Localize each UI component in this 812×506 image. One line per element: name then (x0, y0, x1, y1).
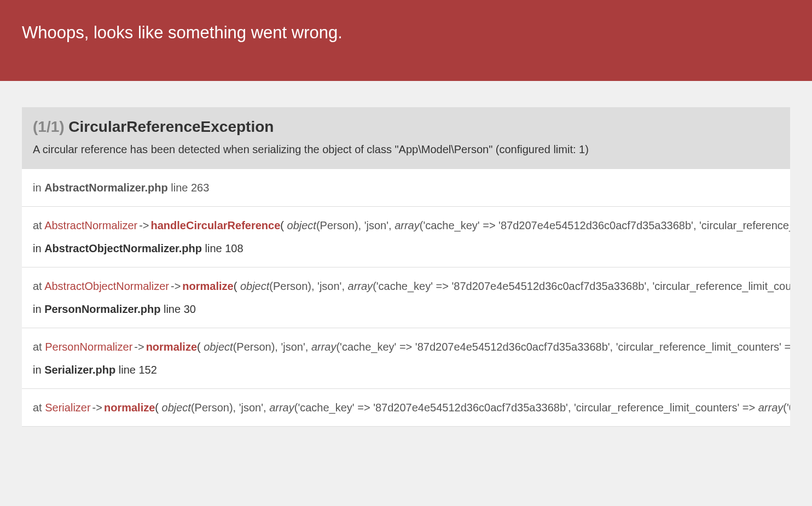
exception-title: (1/1) CircularReferenceException (33, 118, 779, 136)
trace-item: at AbstractObjectNormalizer->normalize( … (22, 267, 790, 328)
header-title: Whoops, looks like something went wrong. (22, 23, 343, 42)
stack-trace: in AbstractNormalizer.php line 263at Abs… (22, 169, 790, 427)
trace-file-line: in PersonNormalizer.php line 30 (33, 300, 779, 318)
exception-summary: (1/1) CircularReferenceException A circu… (22, 107, 790, 169)
exception-message: A circular reference has been detected w… (33, 143, 779, 156)
exception-container: (1/1) CircularReferenceException A circu… (0, 81, 812, 427)
trace-file-line: in Serializer.php line 152 (33, 361, 779, 379)
trace-call: at AbstractNormalizer->handleCircularRef… (33, 217, 779, 234)
error-header: Whoops, looks like something went wrong. (0, 0, 812, 81)
exception-name: CircularReferenceException (68, 118, 274, 135)
exception-count: (1/1) (33, 118, 65, 135)
trace-call: at Serializer->normalize( object(Person)… (33, 399, 779, 416)
trace-item: in AbstractNormalizer.php line 263 (22, 169, 790, 207)
trace-item: at Serializer->normalize( object(Person)… (22, 389, 790, 427)
trace-item: at AbstractNormalizer->handleCircularRef… (22, 207, 790, 267)
trace-file-line: in AbstractNormalizer.php line 263 (33, 179, 779, 196)
trace-call: at AbstractObjectNormalizer->normalize( … (33, 277, 779, 295)
trace-file-line: in AbstractObjectNormalizer.php line 108 (33, 240, 779, 257)
trace-item: at PersonNormalizer->normalize( object(P… (22, 328, 790, 389)
trace-call: at PersonNormalizer->normalize( object(P… (33, 338, 779, 356)
